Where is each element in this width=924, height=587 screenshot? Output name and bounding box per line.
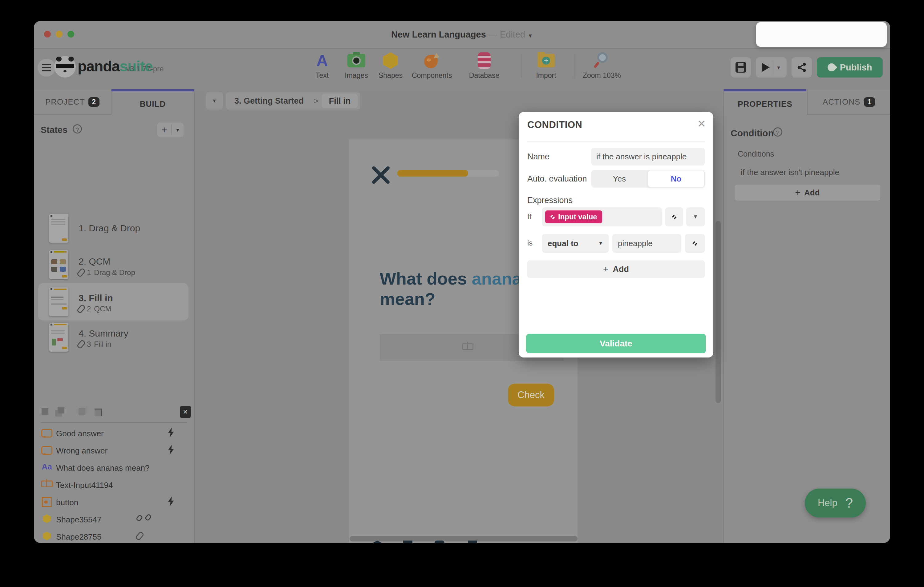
toolbar-divider	[574, 54, 574, 78]
thumb-lines	[51, 330, 65, 331]
state-title: 1. Drag & Drop	[79, 223, 140, 233]
shape-hexagon-icon	[41, 515, 53, 524]
add-expression-label: Add	[613, 265, 629, 274]
thumb-mark	[51, 215, 52, 217]
edited-caret-icon[interactable]: ▼	[528, 33, 533, 39]
rocket-icon	[826, 62, 837, 73]
breadcrumb-screen[interactable]: Fill in	[322, 94, 358, 108]
panel-heading: Condition	[731, 128, 774, 138]
tab-build[interactable]: BUILD	[112, 89, 194, 117]
trash-x: ✕	[183, 409, 188, 415]
delete-layer-icon[interactable]: ✕	[180, 406, 191, 418]
tab-build-label: BUILD	[140, 99, 166, 109]
tab-actions[interactable]: ACTIONS 1	[807, 89, 890, 115]
hamburger-menu-button[interactable]	[38, 59, 55, 77]
add-expression-button[interactable]: + Add	[527, 260, 705, 278]
compare-value-input[interactable]: pineapple	[612, 234, 681, 253]
state-link-name: QCM	[94, 304, 111, 313]
letter-top	[435, 541, 444, 543]
canvas-close-x-icon[interactable]	[371, 164, 389, 183]
tool-database-label: Database	[464, 71, 504, 80]
layer-order-toolbar: ✕	[41, 406, 186, 419]
tool-shapes-label: Shapes	[371, 71, 411, 80]
add-state-caret[interactable]: ▼	[172, 127, 183, 133]
bring-forward-icon[interactable]	[58, 407, 64, 413]
states-title: States	[41, 125, 68, 135]
breadcrumb-state[interactable]: 3. Getting Started	[234, 96, 304, 106]
tab-project[interactable]: PROJECT 2	[34, 89, 112, 115]
actions-bolt-icon	[167, 428, 175, 437]
button-layer-icon	[41, 497, 53, 508]
plus-icon: +	[603, 264, 609, 275]
thumb-figure	[57, 338, 63, 341]
preview-play-button[interactable]: ▼	[756, 57, 787, 77]
zoom-control[interactable]: Zoom 103%	[579, 51, 625, 80]
breadcrumb-caret-button[interactable]: ▼	[206, 92, 223, 110]
tab-properties[interactable]: PROPERTIES	[724, 89, 806, 117]
tool-database[interactable]: Database	[464, 51, 504, 80]
toggle-yes[interactable]: Yes	[591, 170, 647, 187]
thumb-button	[62, 275, 67, 278]
add-condition-label: Add	[804, 188, 820, 197]
edited-status[interactable]: Edited	[500, 30, 525, 39]
modal-close-icon[interactable]: ✕	[697, 118, 706, 130]
tool-components[interactable]: Components	[412, 51, 452, 80]
state-link-name: Fill in	[94, 340, 111, 349]
toggle-no-selected[interactable]: No	[647, 170, 705, 187]
publish-button[interactable]: Publish	[817, 57, 883, 77]
state-title: 3. Fill in	[79, 293, 113, 303]
check-button[interactable]: Check	[508, 384, 554, 406]
bind-variable-button[interactable]	[665, 207, 683, 227]
save-button[interactable]	[731, 57, 751, 77]
add-condition-button[interactable]: + Add	[734, 184, 880, 201]
tool-shapes[interactable]: Shapes	[371, 51, 411, 80]
letter-top	[468, 541, 477, 543]
text-tool-icon: A	[316, 53, 328, 69]
help-label: Help	[818, 497, 837, 508]
add-state-button[interactable]: +	[157, 124, 171, 136]
modal-title: CONDITION	[527, 119, 582, 130]
toolbar-divider	[521, 54, 521, 78]
panda-nose	[63, 70, 66, 72]
play-caret-icon[interactable]: ▼	[777, 65, 781, 70]
auto-evaluation-toggle: Yes No	[591, 170, 705, 187]
breadcrumb: 3. Getting Started > Fill in	[226, 92, 360, 110]
operator-select[interactable]: equal to ▼	[542, 234, 609, 253]
tab-properties-label: PROPERTIES	[738, 99, 792, 109]
state-thumbnail	[49, 287, 68, 316]
send-to-back-icon[interactable]	[79, 408, 85, 415]
thumb-goldline	[54, 252, 66, 253]
validate-button[interactable]: Validate	[526, 334, 706, 353]
thumb-img	[51, 267, 57, 272]
vertical-scrollbar[interactable]	[716, 221, 721, 403]
help-button[interactable]: Help ?	[805, 488, 866, 518]
tool-import[interactable]: + Import	[526, 51, 566, 80]
plus-icon: +	[795, 187, 800, 198]
horizontal-scrollbar[interactable]	[350, 536, 578, 541]
condition-help-icon[interactable]: ?	[773, 127, 782, 136]
bring-to-front-icon[interactable]	[94, 409, 102, 416]
expressions-label: Expressions	[527, 196, 573, 205]
bind-variable-button[interactable]	[685, 234, 705, 253]
publish-label: Publish	[840, 62, 872, 72]
thumb-mark	[51, 324, 52, 326]
send-backward-icon[interactable]	[41, 408, 48, 415]
expression-options-caret-button[interactable]: ▼	[686, 207, 705, 227]
actions-bolt-icon	[167, 445, 175, 455]
share-button[interactable]	[792, 57, 812, 77]
state-link-name: Drag & Drop	[94, 268, 135, 277]
states-help-icon[interactable]: ?	[73, 124, 82, 133]
thumb-mark	[51, 251, 52, 253]
layers-divider	[41, 422, 187, 423]
layer-label: Wrong answer	[56, 446, 107, 455]
condition-list-item[interactable]: if the answer isn't pineapple	[741, 168, 839, 177]
plug-icon	[672, 214, 677, 219]
flask-icon	[412, 51, 452, 70]
input-value-chip[interactable]: Input value	[545, 210, 602, 224]
auto-evaluation-label: Auto. evaluation	[527, 174, 587, 184]
if-expression-field[interactable]: Input value	[542, 207, 662, 227]
state-link: 2 QCM	[79, 304, 111, 313]
condition-name-input[interactable]: if the answer is pineapple	[591, 148, 705, 166]
add-state-button-group: + ▼	[157, 122, 183, 137]
progress-fill	[397, 170, 468, 177]
